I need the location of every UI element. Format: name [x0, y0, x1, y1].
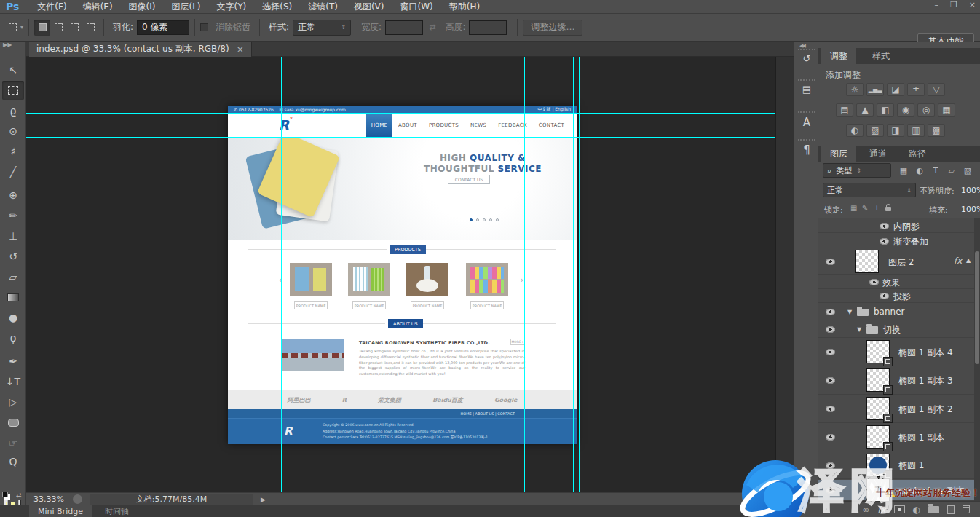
- pen-tool[interactable]: ✒: [2, 352, 24, 371]
- lasso-tool[interactable]: ϱ: [2, 101, 24, 120]
- adjustment-layer-filter-icon[interactable]: ◐: [913, 164, 926, 177]
- visibility-eye-icon[interactable]: [826, 377, 835, 384]
- menu-edit[interactable]: 编辑(E): [75, 1, 121, 13]
- color-lookup-icon[interactable]: ▦: [938, 103, 955, 117]
- scrollbar-thumb[interactable]: [975, 251, 979, 364]
- visibility-eye-icon[interactable]: [826, 349, 835, 355]
- crop-tool[interactable]: ♯: [2, 142, 24, 161]
- eraser-tool[interactable]: ▱: [2, 267, 24, 286]
- history-brush-tool[interactable]: ↺: [2, 247, 24, 266]
- visibility-eye-icon[interactable]: [826, 406, 835, 412]
- color-balance-icon[interactable]: ▲: [856, 103, 874, 117]
- menu-window[interactable]: 窗口(W): [392, 1, 441, 13]
- visibility-eye-icon[interactable]: [826, 326, 835, 333]
- layer-row[interactable]: 椭圆 1 副本 4: [818, 339, 974, 366]
- tab-layers[interactable]: 图层: [821, 146, 856, 162]
- tab-mini-bridge[interactable]: Mini Bridge: [29, 505, 92, 517]
- gradient-map-icon[interactable]: ▥: [907, 124, 925, 137]
- visibility-eye-icon[interactable]: [826, 258, 835, 265]
- lock-position-icon[interactable]: +: [874, 204, 880, 212]
- photo-filter-icon[interactable]: ◉: [897, 103, 914, 117]
- clone-stamp-tool[interactable]: ⊥: [2, 226, 24, 245]
- rectangular-marquee-tool[interactable]: [2, 81, 24, 100]
- group-row[interactable]: ▼ 切换: [818, 321, 974, 338]
- status-arrow-icon[interactable]: ▶: [261, 496, 266, 503]
- visibility-eye-icon[interactable]: [880, 293, 889, 299]
- document-tab[interactable]: index.psd @ 33.3% (contact us 副本, RGB/8)…: [29, 42, 252, 57]
- tab-adjustments[interactable]: 调整: [821, 48, 856, 64]
- layer-effect-row[interactable]: 内阴影: [818, 218, 974, 233]
- history-panel-icon[interactable]: ↺: [794, 53, 819, 64]
- add-selection-mode-icon[interactable]: [50, 20, 66, 36]
- threshold-icon[interactable]: ◨: [887, 124, 904, 137]
- smart-object-filter-icon[interactable]: ▧: [961, 164, 974, 177]
- vibrance-icon[interactable]: ▽: [928, 83, 945, 96]
- layer-fx-badge[interactable]: fx: [954, 256, 962, 266]
- lock-all-icon[interactable]: [885, 205, 891, 213]
- posterize-icon[interactable]: ▨: [866, 124, 884, 137]
- vertical-guide[interactable]: [524, 57, 525, 492]
- blur-tool[interactable]: ●: [2, 308, 24, 327]
- layer-row[interactable]: 椭圆 1 副本: [818, 424, 974, 451]
- visibility-eye-icon[interactable]: [826, 434, 835, 441]
- layers-scrollbar[interactable]: [974, 218, 980, 501]
- shape-layer-thumbnail[interactable]: [866, 368, 890, 392]
- zoom-level[interactable]: 33.33%: [33, 494, 64, 504]
- swap-dimensions-icon[interactable]: ⇄: [429, 23, 435, 32]
- character-panel-icon[interactable]: A: [794, 116, 819, 129]
- menu-type[interactable]: 文字(Y): [209, 1, 255, 13]
- document-viewport[interactable]: ✆ 0512-82907626 ✉ sara.xu@rongweigroup.c…: [26, 57, 794, 492]
- group-expand-icon[interactable]: ▼: [857, 326, 861, 333]
- vertical-guide[interactable]: [579, 57, 580, 492]
- group-row[interactable]: ▼ banner: [818, 304, 974, 320]
- visibility-eye-icon[interactable]: [880, 238, 889, 245]
- invert-icon[interactable]: ◐: [846, 124, 864, 137]
- vertical-guide[interactable]: [582, 57, 582, 492]
- type-layer-filter-icon[interactable]: T: [929, 164, 942, 177]
- blend-mode-select[interactable]: 正常 ⇕: [823, 183, 916, 197]
- horizontal-guide[interactable]: [26, 113, 775, 114]
- menu-filter[interactable]: 滤镜(T): [300, 1, 346, 13]
- antialias-checkbox[interactable]: [200, 23, 208, 31]
- lock-transparency-icon[interactable]: ▦: [850, 204, 857, 212]
- layer-row[interactable]: 椭圆 1 副本 3: [818, 367, 974, 395]
- vertical-guide[interactable]: [281, 57, 282, 492]
- layer-thumbnail[interactable]: [855, 250, 879, 273]
- gradient-tool[interactable]: [2, 288, 24, 307]
- layer-row[interactable]: 椭圆 1 副本 2: [818, 395, 974, 423]
- properties-panel-icon[interactable]: ▤: [794, 84, 819, 95]
- tab-paths[interactable]: 路径: [900, 146, 935, 162]
- spot-healing-brush-tool[interactable]: ⊕: [2, 186, 24, 205]
- delete-layer-icon[interactable]: [963, 505, 970, 513]
- new-layer-icon[interactable]: [947, 505, 955, 514]
- style-select[interactable]: 正常⇕: [293, 20, 351, 36]
- restore-icon[interactable]: ❐: [950, 0, 957, 9]
- lock-paint-icon[interactable]: ✎: [862, 204, 868, 212]
- type-tool[interactable]: ↓T: [2, 372, 24, 391]
- layer-filter-select[interactable]: ⌕ 类型 ⇕: [823, 163, 891, 178]
- menu-file[interactable]: 文件(F): [29, 1, 74, 13]
- black-white-icon[interactable]: ◧: [877, 103, 894, 117]
- toolbar-collapse-icon[interactable]: ▶▶: [0, 42, 25, 50]
- zoom-tool[interactable]: Q: [2, 452, 24, 471]
- minimize-icon[interactable]: –: [934, 0, 938, 9]
- exposure-icon[interactable]: ±: [907, 83, 925, 96]
- menu-view[interactable]: 视图(V): [346, 1, 392, 13]
- refine-edge-button[interactable]: 调整边缘…: [523, 20, 582, 36]
- eyedropper-tool[interactable]: ╱: [2, 162, 24, 181]
- shape-layer-thumbnail[interactable]: [866, 340, 890, 363]
- curves-icon[interactable]: ◪: [887, 83, 904, 96]
- opacity-value[interactable]: 100%: [961, 186, 980, 195]
- horizontal-guide[interactable]: [26, 137, 775, 138]
- layer-row[interactable]: 图层 2 fx ▲: [818, 249, 974, 275]
- menu-layer[interactable]: 图层(L): [163, 1, 208, 13]
- selective-color-icon[interactable]: ▩: [928, 124, 945, 137]
- group-expand-icon[interactable]: ▼: [847, 309, 852, 315]
- rounded-rectangle-tool[interactable]: [2, 413, 24, 432]
- visibility-eye-icon[interactable]: [880, 223, 889, 229]
- hand-tool[interactable]: ☞: [2, 433, 24, 452]
- tool-preset-icon[interactable]: [4, 20, 20, 36]
- feather-input[interactable]: 0 像素: [137, 20, 189, 35]
- quick-selection-tool[interactable]: ⊙: [2, 122, 24, 141]
- shape-layer-filter-icon[interactable]: ▱: [945, 164, 958, 177]
